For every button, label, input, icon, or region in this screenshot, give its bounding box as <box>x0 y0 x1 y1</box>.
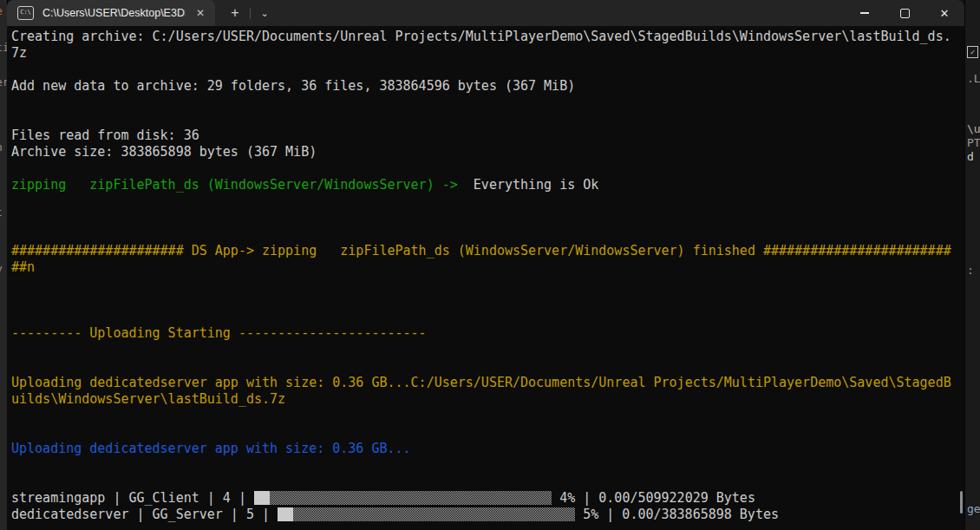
background-text-fragment: : <box>967 265 974 277</box>
terminal-blank-line <box>11 193 951 210</box>
terminal-text-segment: ###################### DS App-> zipping … <box>11 243 951 275</box>
terminal-text-segment: Add new data to archive: 29 folders, 36 … <box>11 78 575 94</box>
progress-bar-filled <box>254 491 270 505</box>
terminal-blank-line <box>11 160 951 177</box>
terminal-blank-line <box>11 342 951 358</box>
background-text-fragment: ge <box>967 503 980 515</box>
command-prompt-icon: C:\ <box>17 6 34 20</box>
minimize-button[interactable] <box>845 0 885 26</box>
tab-dropdown-button[interactable]: ⌄ <box>251 0 278 26</box>
close-icon: ✕ <box>940 7 950 20</box>
terminal-line: zipping zipFilePath_ds (WindowsServer/Wi… <box>11 177 951 193</box>
titlebar: C:\ C:\Users\USER\Desktop\E3DS ✕ + ⌄ ✕ <box>7 0 964 26</box>
terminal-line: Archive size: 383865898 bytes (367 MiB) <box>11 144 951 160</box>
background-text-fragment: e <box>0 5 3 17</box>
progress-bar-track <box>270 491 552 505</box>
progress-bar-filled <box>278 507 293 521</box>
maximize-button[interactable] <box>885 0 924 26</box>
progress-bar-track <box>293 507 575 521</box>
terminal-blank-line <box>11 424 951 441</box>
terminal-blank-line <box>11 210 951 226</box>
terminal-blank-line <box>11 358 951 375</box>
background-window-right-sliver: ✓.L\uPTd:ge <box>964 0 980 530</box>
background-text-fragment: t <box>0 206 3 219</box>
background-text-fragment: d <box>967 151 974 163</box>
scrollbar-thumb[interactable] <box>960 491 963 514</box>
terminal-line: Uploading dedicatedserver app with size:… <box>11 375 951 408</box>
background-checkbox-checked-icon: ✓ <box>967 46 978 58</box>
terminal-line: --------- Uploading Starting -----------… <box>11 325 951 342</box>
background-text-fragment: \u <box>967 123 980 135</box>
minimize-icon <box>860 12 869 14</box>
terminal-text-segment: streamingapp | GG_Client | 4 | <box>11 490 254 506</box>
terminal-blank-line <box>11 111 951 128</box>
terminal-text-segment: Uploading dedicatedserver app with size:… <box>11 375 951 407</box>
terminal-blank-line <box>11 276 951 292</box>
titlebar-drag-area <box>278 0 845 26</box>
terminal-text-segment: 5% | 0.00/383865898 Bytes <box>575 507 779 522</box>
terminal-blank-line <box>11 95 951 111</box>
background-text-fragment: y <box>0 263 3 275</box>
terminal-text-segment: Everything is Ok <box>458 177 599 193</box>
tab-close-icon[interactable]: ✕ <box>193 7 208 19</box>
terminal-text-segment: Files read from disk: 36 <box>11 128 199 143</box>
terminal-blank-line <box>11 408 951 424</box>
terminal-blank-line <box>11 474 951 490</box>
background-text-fragment: PT <box>967 137 980 149</box>
terminal-blank-line <box>11 226 951 243</box>
terminal-progress-line: streamingapp | GG_Client | 4 | 4% | 0.00… <box>11 490 951 507</box>
terminal-text-segment: 4% | 0.00/509922029 Bytes <box>552 490 755 506</box>
tab-title: C:\Users\USER\Desktop\E3DS <box>42 7 186 19</box>
terminal-line: Uploading dedicatedserver app with size:… <box>11 441 951 457</box>
terminal-text-segment: dedicatedserver | GG_Server | 5 | <box>11 507 278 522</box>
terminal-output: Creating archive: C:/Users/USER/Document… <box>11 29 951 523</box>
background-text-fragment: n <box>0 141 3 154</box>
terminal-line: Creating archive: C:/Users/USER/Document… <box>11 29 951 62</box>
close-button[interactable]: ✕ <box>924 0 964 26</box>
background-text-fragment: .L <box>967 73 980 85</box>
new-tab-button[interactable]: + <box>220 0 250 26</box>
terminal-progress-line: dedicatedserver | GG_Server | 5 | 5% | 0… <box>11 507 951 523</box>
terminal-blank-line <box>11 309 951 325</box>
terminal-line: ###################### DS App-> zipping … <box>11 243 951 276</box>
terminal-text-segment: Uploading dedicatedserver app with size:… <box>11 441 411 456</box>
terminal-screen[interactable]: Creating archive: C:/Users/USER/Document… <box>7 26 964 530</box>
terminal-text-segment: zipping zipFilePath_ds (WindowsServer/Wi… <box>11 177 458 193</box>
terminal-blank-line <box>11 292 951 309</box>
terminal-line: Add new data to archive: 29 folders, 36 … <box>11 78 951 95</box>
tab-cmd-session[interactable]: C:\ C:\Users\USER\Desktop\E3DS ✕ <box>7 0 215 26</box>
terminal-blank-line <box>11 457 951 474</box>
terminal-window: C:\ C:\Users\USER\Desktop\E3DS ✕ + ⌄ ✕ C… <box>7 0 964 530</box>
terminal-blank-line <box>11 62 951 78</box>
terminal-text-segment: --------- Uploading Starting -----------… <box>11 325 427 341</box>
terminal-line: Files read from disk: 36 <box>11 128 951 144</box>
terminal-text-segment: Creating archive: C:/Users/USER/Document… <box>11 29 951 61</box>
maximize-icon <box>900 9 910 18</box>
terminal-text-segment: Archive size: 383865898 bytes (367 MiB) <box>11 144 317 160</box>
